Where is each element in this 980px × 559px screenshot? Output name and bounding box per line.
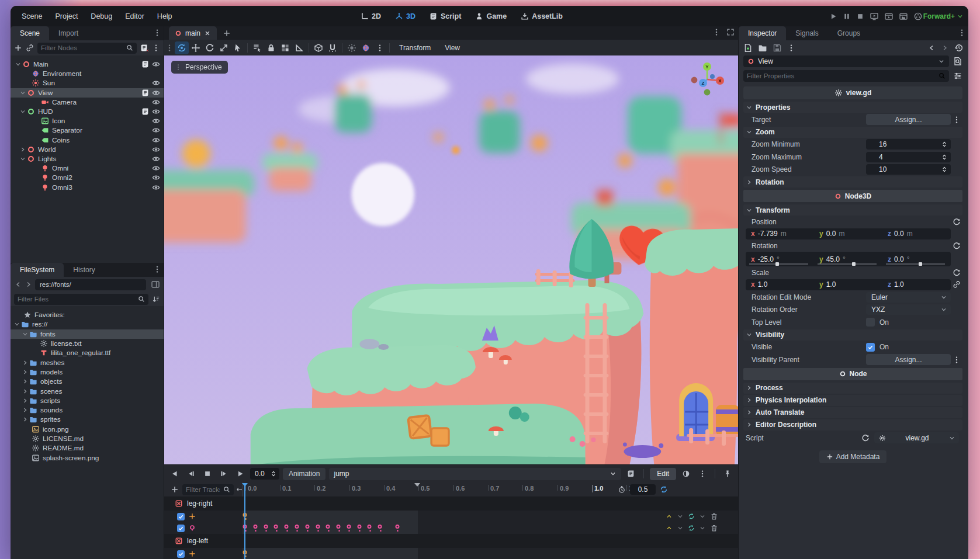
timeline-playhead[interactable] [244, 483, 245, 559]
visibility-eye-icon[interactable] [152, 79, 160, 87]
tab-scene[interactable]: Scene [11, 26, 49, 40]
scale-vector-field[interactable]: x1.0 y1.0 z1.0 [746, 279, 951, 290]
fs-folder-models[interactable]: models [11, 367, 164, 377]
viewport-3d[interactable]: Perspective Y X Z [164, 55, 738, 464]
fs-file-icon-png[interactable]: icon.png [11, 425, 164, 434]
loop-wrap-icon[interactable] [688, 525, 695, 532]
zoom-maximum-spinner[interactable]: 4 [866, 152, 951, 162]
zoom-speed-spinner[interactable]: 10 [866, 164, 951, 175]
pause-button[interactable] [843, 12, 851, 20]
delete-track-icon[interactable] [710, 524, 718, 532]
dock-menu-icon[interactable] [958, 29, 966, 37]
expand-viewport-icon[interactable] [726, 28, 735, 36]
scene-tree-menu-icon[interactable] [152, 44, 160, 52]
spinner-updown-icon[interactable] [941, 141, 948, 148]
filter-properties-input[interactable] [743, 70, 949, 82]
section-auto-translate[interactable]: Auto Translate [743, 407, 962, 418]
rotation-order-dropdown[interactable]: YXZ [866, 304, 951, 315]
menu-scene[interactable]: Scene [16, 10, 47, 23]
menu-transform[interactable]: Transform [392, 44, 438, 52]
animation-libraries-button[interactable] [625, 468, 638, 480]
tab-filesystem[interactable]: FileSystem [11, 263, 64, 277]
revert-icon[interactable] [953, 242, 961, 250]
toggle-environment-preview[interactable] [359, 41, 373, 54]
anim-play-backwards-button[interactable] [185, 468, 198, 480]
tab-inspector[interactable]: Inspector [739, 26, 786, 40]
tab-2d[interactable]: 2D [356, 11, 385, 22]
rotation-vector-field[interactable]: x-25.0° y45.0° z0.0° [746, 252, 951, 266]
property-menu-icon[interactable] [953, 356, 961, 364]
visibility-eye-icon[interactable] [152, 173, 160, 182]
tab-game[interactable]: Game [471, 11, 511, 22]
visibility-eye-icon[interactable] [152, 136, 160, 144]
dock-menu-icon[interactable] [153, 29, 161, 37]
loop-wrap-icon[interactable] [688, 513, 695, 520]
tree-node-camera[interactable]: Camera [11, 98, 164, 107]
zoom-minimum-spinner[interactable]: 16 [866, 139, 951, 150]
tree-node-hud[interactable]: HUD [11, 107, 164, 116]
visibility-eye-icon[interactable] [152, 60, 160, 68]
split-view-icon[interactable] [151, 280, 160, 289]
track-group-leg-right[interactable]: leg-right [164, 496, 738, 511]
script-icon[interactable] [141, 107, 150, 116]
anim-play-backwards-end-button[interactable] [168, 468, 181, 480]
animation-menu-button[interactable]: Animation [283, 468, 325, 480]
section-rotation-script[interactable]: Rotation [743, 176, 962, 188]
section-zoom[interactable]: Zoom [743, 127, 962, 138]
script-value-dropdown[interactable]: view.gd [874, 432, 959, 443]
track-leg-right-position[interactable] [164, 511, 738, 522]
new-resource-icon[interactable] [743, 43, 753, 53]
nav-back-icon[interactable] [14, 280, 22, 289]
fs-folder-sprites[interactable]: sprites [11, 415, 164, 424]
fs-file-font-ttf[interactable]: lilita_one_regular.ttf [11, 348, 164, 357]
fs-folder-scenes[interactable]: scenes [11, 386, 164, 395]
visibility-eye-icon[interactable] [152, 98, 160, 106]
spinner-updown-icon[interactable] [941, 166, 948, 173]
chevron-down-icon[interactable] [699, 513, 706, 520]
revert-icon[interactable] [953, 218, 961, 226]
instance-scene-button[interactable] [26, 44, 34, 52]
onion-skinning-button[interactable] [680, 468, 692, 480]
save-resource-icon[interactable] [773, 43, 782, 53]
nav-forward-icon[interactable] [25, 280, 33, 289]
tab-history[interactable]: History [64, 263, 104, 277]
tree-node-icon[interactable]: Icon [11, 116, 164, 126]
tab-groups[interactable]: Groups [828, 26, 870, 40]
load-resource-icon[interactable] [758, 43, 767, 53]
anim-play-from-start-button[interactable] [217, 468, 230, 480]
sort-files-icon[interactable] [152, 295, 160, 303]
fs-folder-meshes[interactable]: meshes [11, 357, 164, 367]
menu-project[interactable]: Project [50, 10, 83, 23]
track-keyframes[interactable] [242, 548, 663, 559]
fs-res-root[interactable]: res:// [11, 320, 164, 329]
tree-node-coins[interactable]: Coins [11, 136, 164, 145]
property-tools-icon[interactable] [953, 71, 962, 81]
loop-animation-icon[interactable] [660, 485, 668, 494]
section-process[interactable]: Process [743, 383, 962, 394]
visibility-eye-icon[interactable] [152, 164, 160, 172]
fs-file-splash-png[interactable]: splash-screen.png [11, 453, 164, 462]
visibility-eye-icon[interactable] [152, 89, 160, 97]
property-menu-icon[interactable] [953, 116, 961, 124]
add-node-button[interactable] [14, 44, 22, 52]
menu-debug[interactable]: Debug [85, 10, 117, 23]
view-orientation-gizmo[interactable]: Y X Z [689, 61, 725, 98]
tool-snap-object[interactable] [311, 41, 325, 54]
snap-timing-icon[interactable] [618, 485, 626, 494]
timeline-ruler[interactable]: 0.0 0.1 0.2 0.3 0.4 0.5 0.6 0.7 0.8 0.9 … [242, 482, 663, 496]
visible-checkbox[interactable] [866, 343, 875, 352]
close-icon[interactable] [204, 30, 211, 37]
track-enabled-checkbox[interactable] [177, 525, 185, 532]
tree-node-main[interactable]: Main [11, 60, 164, 69]
tree-node-view[interactable]: View [11, 88, 164, 98]
tree-node-separator[interactable]: Separator [11, 126, 164, 135]
scene-tab-main[interactable]: main [169, 26, 217, 40]
anim-stop-button[interactable] [201, 468, 214, 480]
target-assign-button[interactable]: Assign... [866, 114, 951, 125]
tree-node-world[interactable]: World [11, 145, 164, 154]
top-level-checkbox[interactable] [866, 318, 875, 327]
open-docs-icon[interactable] [953, 57, 962, 66]
filter-tracks-input[interactable] [182, 484, 234, 495]
fs-file-license-md[interactable]: LICENSE.md [11, 434, 164, 443]
chevron-down-icon[interactable] [677, 513, 684, 520]
